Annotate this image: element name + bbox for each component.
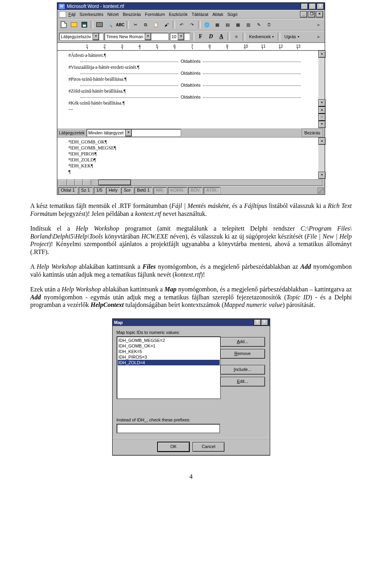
close-footnotes-button[interactable]: Bezárás — [302, 128, 323, 137]
hyperlink-button[interactable]: 🌐 — [202, 20, 212, 29]
jump-button[interactable]: Ugrás ▾ — [282, 33, 301, 41]
cancel-button[interactable]: Cancel — [193, 442, 224, 452]
bold-icon: F — [199, 33, 203, 40]
columns-button[interactable]: ▥ — [244, 20, 253, 29]
paste-button[interactable]: 📋 — [151, 20, 161, 29]
save-button[interactable] — [80, 20, 89, 29]
edit-button[interactable]: Edit... — [220, 377, 265, 386]
close-label: Bezárás — [304, 130, 320, 135]
open-button[interactable] — [69, 20, 79, 29]
copy-button[interactable]: ⧉ — [141, 20, 150, 29]
mdi-minimize-button[interactable]: _ — [300, 11, 307, 17]
scroll-up-icon[interactable]: ▴ — [318, 50, 325, 58]
fontsize-combo[interactable]: 10 ▾ — [170, 33, 190, 41]
resize-grip-icon[interactable] — [318, 187, 324, 194]
word-window: W Microsoft Word - kontext.rtf _ □ × Fáj… — [57, 2, 325, 195]
spellcheck-button[interactable]: ABC — [115, 20, 125, 29]
chevron-right-icon: » — [317, 34, 320, 39]
page-break: Oldaltörés — [68, 59, 313, 64]
new-button[interactable] — [59, 20, 68, 29]
help-button[interactable]: ? — [254, 319, 261, 326]
favorites-button[interactable]: Kedvencek ▾ — [247, 33, 276, 41]
page-view-button[interactable] — [75, 179, 83, 186]
weblayout-view-button[interactable] — [67, 179, 75, 186]
menu-insert[interactable]: Beszúrás — [123, 12, 141, 17]
map-list-item[interactable]: IDH_KEK=5 — [118, 349, 220, 354]
tables-borders-button[interactable]: ▦ — [212, 20, 222, 29]
map-listbox[interactable]: IDH_GOMB_MEGSE=2IDH_GOMB_OK=1IDH_KEK=5ID… — [117, 336, 221, 399]
bold-button[interactable]: F — [196, 32, 205, 41]
table-icon: ▤ — [226, 22, 230, 27]
more-buttons[interactable]: » — [314, 32, 323, 41]
menu-format[interactable]: Formátum — [145, 12, 165, 17]
browse-next-icon[interactable]: ▾ — [318, 121, 325, 128]
menu-view[interactable]: Nézet — [107, 12, 119, 17]
status-trk: KORR. — [168, 187, 187, 194]
print-button[interactable] — [95, 20, 104, 29]
include-button[interactable]: Include... — [220, 365, 265, 375]
dialog-button-bar: OK Cancel — [113, 438, 270, 455]
scroll-down-icon[interactable]: ▾ — [318, 99, 325, 107]
app-icon: W — [58, 3, 65, 10]
add-button[interactable]: Add... — [220, 337, 265, 347]
title-bar: W Microsoft Word - kontext.rtf _ □ × — [57, 3, 325, 10]
cut-button[interactable]: ✂ — [131, 20, 140, 29]
italic-icon: D — [209, 33, 213, 40]
menu-tools[interactable]: Eszközök — [169, 12, 187, 17]
minimize-button[interactable]: _ — [301, 3, 308, 10]
mdi-restore-button[interactable]: ❐ — [308, 11, 315, 17]
footnote-filter-value: Minden lábjegyzet — [88, 130, 124, 135]
chevron-down-icon: ▾ — [178, 33, 184, 40]
copy-icon: ⧉ — [144, 22, 147, 27]
prefix-input[interactable] — [117, 424, 220, 433]
excel-button[interactable]: ▦ — [233, 20, 243, 29]
normal-view-button[interactable] — [59, 179, 67, 186]
remove-button[interactable]: Remove — [220, 349, 265, 359]
menu-window[interactable]: Ablak — [212, 12, 224, 17]
menu-help[interactable]: Súgó — [227, 12, 238, 17]
print-preview-button[interactable]: 🔍 — [105, 20, 115, 29]
italic-button[interactable]: D — [206, 32, 216, 41]
map-list-item[interactable]: IDH_GOMB_OK=1 — [118, 343, 220, 349]
spreadsheet-icon: ▦ — [236, 22, 240, 27]
map-list-label: Map topic IDs to numeric values: — [117, 330, 266, 335]
ok-button[interactable]: OK — [158, 442, 189, 452]
drawing-button[interactable]: ✎ — [254, 20, 263, 29]
map-list-item[interactable]: IDH_PIROS=3 — [118, 354, 220, 360]
chevron-down-icon: ▾ — [272, 35, 274, 39]
select-browse-icon[interactable]: ○ — [318, 114, 325, 121]
menu-table[interactable]: Táblázat — [191, 12, 208, 17]
undo-button[interactable]: ↶ — [177, 20, 186, 29]
horizontal-ruler[interactable]: 12345678910111213 — [57, 43, 325, 50]
style-combo[interactable]: Lábjegyzetszöv ▾ — [59, 33, 103, 41]
outline-view-button[interactable] — [83, 179, 91, 186]
help-button[interactable]: 🗒 — [264, 20, 274, 29]
footnote-filter-combo[interactable]: Minden lábjegyzet ▾ — [86, 129, 181, 137]
close-button[interactable]: × — [261, 319, 268, 326]
more-buttons[interactable]: » — [314, 20, 323, 29]
redo-button[interactable]: ↷ — [187, 20, 197, 29]
vertical-scrollbar[interactable]: ▴ ▾ — [318, 138, 325, 179]
scroll-up-icon[interactable]: ▴ — [318, 138, 325, 145]
mdi-document-icon[interactable] — [59, 11, 66, 17]
mdi-close-button[interactable]: × — [316, 11, 323, 17]
scroll-down-icon[interactable]: ▾ — [318, 172, 325, 179]
document-line: — — [68, 106, 313, 112]
horizontal-scrollbar[interactable] — [92, 179, 322, 186]
vertical-scrollbar[interactable]: ▴ ▾ ▴ ○ ▾ — [318, 50, 325, 128]
menu-file[interactable]: Fájl — [68, 12, 76, 17]
font-combo[interactable]: Times New Roman ▾ — [104, 33, 169, 41]
browse-prev-icon[interactable]: ▴ — [318, 107, 325, 114]
footnote-area[interactable]: #IDH_GOMB_OK¶#IDH_GOMB_MEGSE¶#IDH_PIROS¶… — [57, 138, 325, 179]
close-button[interactable]: × — [317, 3, 324, 10]
format-painter-button[interactable]: 🖌 — [162, 20, 171, 29]
align-left-button[interactable]: ≡ — [232, 32, 241, 41]
insert-table-button[interactable]: ▤ — [223, 20, 232, 29]
map-list-item[interactable]: IDH_GOMB_MEGSE=2 — [118, 338, 220, 343]
map-list-item[interactable]: IDH_ZOLD=4 — [118, 360, 220, 365]
document-area[interactable]: #Átfesti·a·hátteret.¶ Oldaltörés #Vissza… — [57, 50, 325, 128]
prefix-label: Instead of IDH_, check these prefixes: — [117, 417, 266, 422]
menu-edit[interactable]: Szerkesztés — [80, 12, 103, 17]
maximize-button[interactable]: □ — [309, 3, 316, 10]
underline-button[interactable]: A — [216, 32, 226, 41]
